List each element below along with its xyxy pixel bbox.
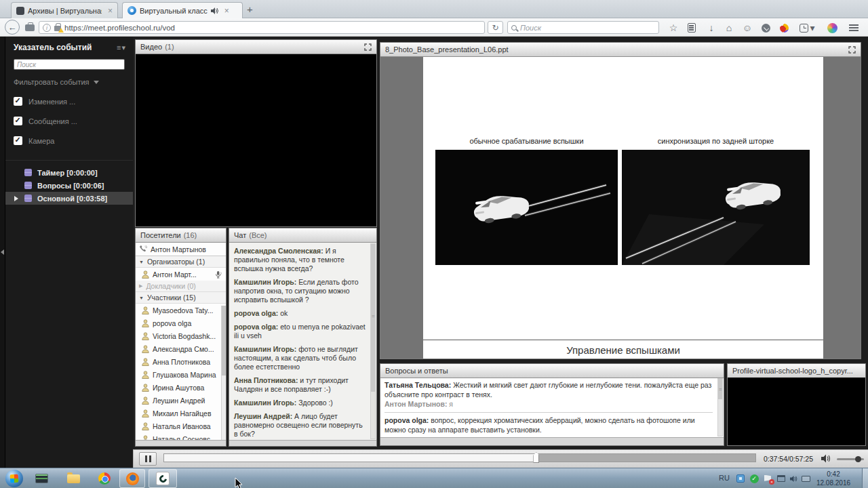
graphics-app-icon[interactable] — [33, 471, 50, 486]
chat-author: Анна Плотникова — [234, 376, 300, 384]
checkbox-checked-icon[interactable] — [14, 117, 22, 125]
home-icon[interactable]: ⌂ — [723, 22, 735, 34]
downloads-icon[interactable]: ↓ — [705, 22, 717, 34]
attendee-row[interactable]: Глушакова Марина — [136, 368, 226, 381]
attendee-row[interactable]: Анна Плотникова — [136, 355, 226, 368]
chat-message-list: Александра СмоленскаяИ я правильно понял… — [229, 243, 370, 440]
windows-update-icon[interactable] — [776, 474, 786, 483]
scrollbar-thumb[interactable] — [222, 306, 226, 375]
menu-hamburger-icon[interactable] — [848, 22, 860, 34]
checkbox-checked-icon[interactable] — [14, 97, 22, 106]
attendee-row[interactable]: Victoria Bogdashk... — [136, 329, 226, 342]
bookmarks-list-icon[interactable] — [686, 22, 698, 34]
history-clock-icon[interactable] — [797, 22, 810, 34]
firefox-taskbar-button[interactable] — [119, 469, 145, 488]
tab-close-icon[interactable]: × — [224, 7, 229, 15]
event-row[interactable]: Основной [0:03:58] — [5, 192, 133, 205]
pod-resize-bar[interactable] — [136, 440, 226, 446]
volume-tray-icon[interactable] — [789, 474, 798, 483]
back-button[interactable]: ← — [5, 20, 20, 35]
url-input[interactable] — [64, 24, 481, 32]
url-bar[interactable] — [39, 21, 485, 34]
attendee-row[interactable]: Александра Смо... — [136, 342, 226, 355]
chrome-icon[interactable] — [96, 471, 113, 486]
qa-scrollbar[interactable] — [717, 378, 723, 436]
scrollbar-thumb[interactable] — [371, 244, 375, 392]
speaker-icon[interactable] — [821, 454, 831, 463]
pod-title: Посетители — [140, 231, 181, 239]
microphone-icon[interactable] — [215, 270, 222, 279]
panel-collapse-strip[interactable] — [0, 37, 5, 468]
attendee-row[interactable]: popova olga — [136, 317, 226, 329]
volume-knob[interactable] — [855, 456, 861, 462]
slide-footer-divider — [423, 340, 823, 340]
attendee-row[interactable]: Леушин Андрей — [136, 394, 226, 407]
attendee-row[interactable]: Ирина Ашутова — [136, 381, 226, 394]
attendee-row[interactable]: Антон Мартынов — [136, 243, 226, 256]
section-toggle-icon[interactable]: ▶ — [139, 283, 142, 289]
tray-app-icon[interactable] — [736, 474, 745, 483]
fullscreen-icon[interactable] — [364, 43, 372, 51]
tab-close-icon[interactable]: × — [108, 7, 113, 15]
filter-checkbox-row[interactable]: Изменения ... — [14, 97, 133, 106]
volume-slider[interactable] — [837, 458, 864, 460]
qa-author: Антон Мартынов — [384, 400, 449, 408]
bookmark-star-icon[interactable]: ☆ — [667, 22, 679, 34]
reload-button[interactable]: ↻ — [488, 21, 503, 34]
events-search-input[interactable] — [14, 59, 125, 70]
show-desktop-button[interactable] — [862, 468, 868, 488]
clock-time: 0:42 — [811, 470, 856, 479]
attendee-row[interactable]: ▼ Участники (15) — [136, 292, 226, 304]
antivirus-tray-icon[interactable] — [749, 474, 759, 483]
section-toggle-icon[interactable]: ▼ — [139, 296, 144, 300]
seek-bar[interactable] — [163, 453, 756, 462]
pause-button[interactable] — [139, 452, 157, 466]
filter-checkbox-row[interactable]: Камера — [14, 136, 133, 145]
pod-resize-bar[interactable] — [380, 437, 724, 445]
browser-search-input[interactable] — [520, 24, 655, 32]
attendees-scrollbar[interactable] — [221, 306, 226, 440]
attendee-row[interactable]: ▶ Докладчики (0) — [136, 281, 226, 292]
pod-menu-icon[interactable]: ≡▾ — [117, 43, 126, 52]
start-button[interactable] — [5, 470, 23, 487]
attendee-row[interactable]: ▼ Организаторы (1) — [136, 256, 226, 268]
fullscreen-icon[interactable] — [848, 46, 856, 54]
event-row[interactable]: Вопросы [0:00:06] — [5, 179, 133, 192]
tab-archives[interactable]: Архивы | Виртуальная шк... × — [11, 2, 118, 18]
chat-scrollbar[interactable] — [370, 243, 376, 439]
language-indicator[interactable]: RU — [719, 474, 730, 482]
collapse-left-icon[interactable] — [1, 249, 4, 255]
extension-palette-icon[interactable] — [778, 22, 790, 34]
photo-rear-curtain-flash — [622, 150, 810, 265]
section-toggle-icon[interactable]: ▼ — [139, 260, 144, 264]
pocket-icon[interactable] — [760, 22, 772, 34]
page-info-icon[interactable] — [43, 24, 51, 32]
taskbar-clock[interactable]: 0:42 12.08.2016 — [811, 470, 856, 487]
chevron-down-icon[interactable]: ▾ — [809, 22, 816, 34]
camtasia-taskbar-button[interactable] — [149, 469, 177, 488]
pod-resize-bar[interactable] — [229, 440, 376, 446]
attendee-row[interactable]: Наталья Сосновс... — [136, 432, 226, 440]
lock-warning-icon[interactable] — [54, 26, 61, 31]
chat-message: Анна Плотниковаи тут приходит Чалдрян и … — [234, 376, 367, 394]
file-explorer-icon[interactable] — [64, 471, 82, 486]
new-tab-button[interactable]: + — [247, 3, 253, 15]
browser-search-box[interactable] — [507, 21, 659, 34]
tab-virtual-class[interactable]: Виртуальный класс × — [122, 2, 243, 18]
screenshot-addon-icon[interactable] — [826, 22, 838, 34]
attendee-row[interactable]: Наталья Иванова — [136, 420, 226, 432]
filter-events-dropdown[interactable]: Фильтровать события — [14, 78, 133, 86]
display-tray-icon[interactable] — [801, 474, 810, 483]
filter-checkbox-row[interactable]: Сообщения ... — [14, 117, 133, 125]
tab-audio-icon[interactable] — [211, 7, 218, 14]
attendee-row[interactable]: Михаил Нагайцев — [136, 407, 226, 420]
attendee-row[interactable]: Антон Март... — [136, 268, 226, 281]
qa-entry: Татьяна ТельцоваЖесткий и мягкий свет да… — [384, 380, 713, 399]
checkbox-checked-icon[interactable] — [14, 136, 22, 145]
briefcase-icon[interactable] — [25, 24, 35, 31]
feedback-smiley-icon[interactable]: ☺ — [741, 22, 753, 34]
scrollbar-thumb[interactable] — [718, 379, 722, 399]
attendee-row[interactable]: Myasoedova Taty... — [136, 304, 226, 317]
action-center-flag-icon[interactable] — [763, 474, 772, 483]
event-row[interactable]: Таймер [0:00:00] — [5, 166, 133, 179]
